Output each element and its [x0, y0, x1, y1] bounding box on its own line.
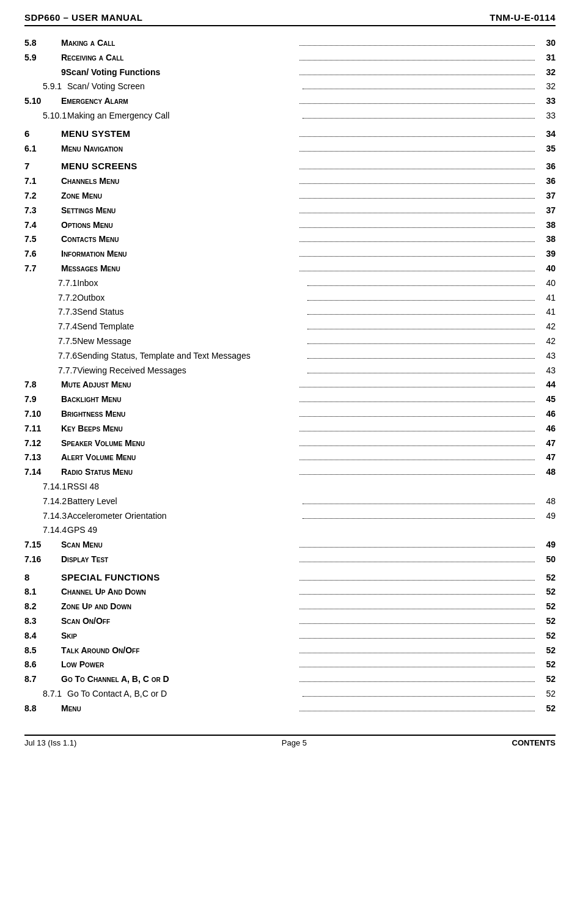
toc-page: 52 [537, 614, 556, 629]
toc-label: Options Menu [61, 218, 297, 233]
footer-center: Page 5 [282, 738, 307, 747]
toc-row: 8.7Go To Channel A, B, C or D52 [24, 672, 556, 687]
toc-page: 35 [537, 142, 556, 156]
toc-row: 7.9Backlight Menu45 [24, 392, 556, 407]
toc-page: 32 [537, 79, 556, 94]
toc-label: Emergency Alarm [61, 94, 297, 109]
toc-label: Special Functions [61, 570, 297, 585]
toc-label: Information Menu [61, 247, 297, 262]
toc-row: 7.1Channels Menu36 [24, 174, 556, 189]
toc-row: 5.10Emergency Alarm33 [24, 94, 556, 109]
toc-label: Channel Up And Down [61, 585, 297, 600]
toc-page: 40 [537, 262, 556, 276]
toc-page: 40 [537, 276, 556, 291]
toc-page: 42 [537, 334, 556, 349]
toc-label: Alert Volume Menu [61, 450, 297, 465]
toc-label: Mute Adjust Menu [61, 378, 297, 392]
toc-page: 41 [537, 305, 556, 320]
toc-label: Send Status [77, 305, 304, 320]
toc-num: 7.7.7 [24, 364, 77, 378]
toc-row: 8.3Scan On/Off52 [24, 614, 556, 629]
toc-page: 52 [537, 658, 556, 672]
toc-num: 7.13 [24, 450, 61, 465]
toc-num: 5.10.1 [24, 109, 67, 123]
toc-row: 7.11Key Beeps Menu46 [24, 422, 556, 436]
toc-page: 38 [537, 218, 556, 233]
toc-num: 7.14.4 [24, 523, 67, 538]
toc-row: 7.2Zone Menu37 [24, 189, 556, 204]
toc-label: Low Power [61, 658, 297, 672]
toc-num: 7.4 [24, 218, 61, 233]
toc-dots [299, 60, 535, 61]
toc-page: 31 [537, 51, 556, 65]
toc-num: 7.14.3 [24, 509, 67, 524]
toc-label: Zone Up and Down [61, 600, 297, 614]
toc-dots [299, 460, 535, 460]
toc-num: 7.12 [24, 436, 61, 451]
toc-dots [307, 300, 535, 301]
toc-num: 7.7.4 [24, 320, 77, 334]
toc-num: 6.1 [24, 142, 61, 156]
toc-num: 5.9.1 [24, 79, 67, 94]
toc-label: Scan/ Voting Screen [67, 79, 300, 94]
toc-dots [299, 136, 535, 137]
toc-num: 7.1 [24, 174, 61, 189]
toc-container: 5.8Making a Call305.9Receiving a Call319… [24, 36, 556, 716]
toc-num: 8 [24, 570, 61, 585]
toc-num: 7.10 [24, 407, 61, 422]
toc-page: 48 [537, 494, 556, 509]
toc-num: 7.7.5 [24, 334, 77, 349]
toc-page: 34 [537, 127, 556, 142]
toc-num: 5.8 [24, 36, 61, 51]
toc-page: 52 [537, 687, 556, 702]
toc-dots [307, 343, 535, 344]
toc-label: Display Test [61, 552, 297, 567]
toc-label: Menu Screens [61, 158, 297, 174]
toc-num: 7.3 [24, 204, 61, 218]
toc-dots [299, 431, 535, 431]
toc-label: Messages Menu [61, 262, 297, 276]
toc-row: 7.7Messages Menu40 [24, 262, 556, 276]
toc-dots [299, 711, 535, 711]
toc-row: 8.8Menu52 [24, 702, 556, 716]
toc-page: 46 [537, 407, 556, 422]
toc-label: Making a Call [61, 36, 297, 51]
toc-label: Menu [61, 702, 297, 716]
toc-num: 7.9 [24, 392, 61, 407]
toc-row: 7.6Information Menu39 [24, 247, 556, 262]
toc-row: 7.8Mute Adjust Menu44 [24, 378, 556, 392]
toc-page: 52 [537, 600, 556, 614]
toc-label: Skip [61, 629, 297, 644]
toc-dots [299, 151, 535, 152]
toc-page: 46 [537, 422, 556, 436]
toc-label: 9Scan/ Voting Functions [61, 65, 297, 80]
toc-label: Viewing Received Messages [77, 364, 304, 378]
toc-label: GPS 49 [67, 523, 556, 538]
toc-num: 7.14 [24, 465, 61, 480]
toc-num: 7 [24, 158, 61, 174]
toc-row: 7.5Contacts Menu38 [24, 232, 556, 247]
toc-num: 6 [24, 126, 61, 142]
toc-label: Radio Status Menu [61, 465, 297, 480]
toc-num: 7.5 [24, 232, 61, 247]
toc-page: 47 [537, 450, 556, 465]
toc-label: RSSI 48 [67, 480, 556, 494]
toc-page: 43 [537, 364, 556, 378]
toc-row: 7.7.5New Message42 [24, 334, 556, 349]
toc-page: 36 [537, 174, 556, 189]
toc-num: 8.3 [24, 614, 61, 629]
toc-page: 48 [537, 465, 556, 480]
toc-label: Outbox [77, 291, 304, 306]
toc-num: 7.7.2 [24, 291, 77, 306]
footer-left: Jul 13 (Iss 1.1) [24, 738, 76, 747]
toc-dots [299, 241, 535, 242]
toc-row: 8.1Channel Up And Down52 [24, 585, 556, 600]
toc-dots [299, 75, 535, 75]
toc-row: 6Menu System34 [24, 126, 556, 142]
toc-row: 7.10Brightness Menu46 [24, 407, 556, 422]
toc-page: 45 [537, 392, 556, 407]
toc-num: 7.2 [24, 189, 61, 204]
toc-row: 7.15Scan Menu49 [24, 538, 556, 552]
toc-label: Battery Level [67, 494, 300, 509]
toc-dots [299, 609, 535, 609]
